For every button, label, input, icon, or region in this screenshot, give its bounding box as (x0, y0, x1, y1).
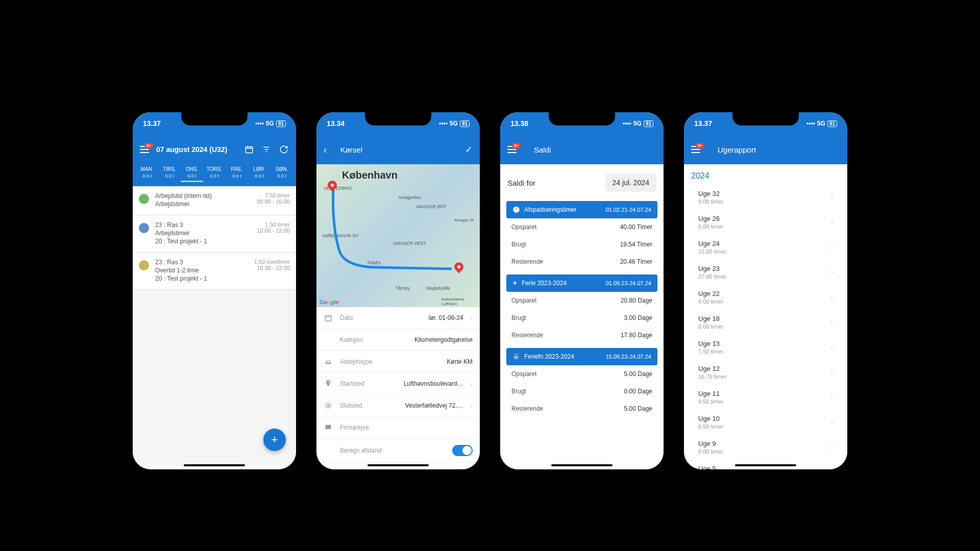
day-name: SØN. (271, 166, 293, 172)
week-info: Uge 13 7.50 timer (698, 340, 723, 355)
calendar-icon (324, 313, 333, 322)
map-district-label: Maglebylille (426, 286, 450, 291)
blank-icon (324, 335, 333, 344)
day-name: TORS. (203, 166, 226, 172)
balance-key: Resterende (511, 405, 543, 412)
chevron-right-icon: › (831, 343, 833, 351)
entry-hours: 1.50 overtimer (254, 259, 290, 265)
week-info: Uge 11 8.50 timer (698, 390, 723, 405)
day-tab[interactable]: TIRS.0.0 t (158, 164, 181, 182)
week-hours: 0.00 timer (698, 323, 723, 330)
week-row[interactable]: Uge 22 8.00 timer › (684, 285, 847, 310)
car-icon (324, 357, 333, 366)
day-tab[interactable]: ONS.9.0 t (181, 164, 203, 182)
date-picker[interactable]: 24 jul. 2024 (605, 173, 656, 192)
map-view[interactable]: København VESTERBRO Amagerbro AMAGER ØST… (316, 164, 480, 307)
home-indicator (551, 464, 612, 466)
time-entry[interactable]: 23 : Ras 3 Arbejdstimer 20 : Test projek… (133, 215, 296, 253)
day-tab[interactable]: MAN.0.0 t (136, 164, 158, 182)
week-row[interactable]: Uge 26 0.00 timer › (684, 210, 847, 235)
entry-line-1: Arbejdstid (intern tid) (155, 192, 212, 199)
entries-list[interactable]: Arbejdstid (intern tid) Arbejdstimer 7.5… (133, 186, 296, 467)
week-info: Uge 12 16.75 timer (698, 365, 726, 380)
week-number: Uge 13 (698, 340, 723, 347)
home-indicator (184, 464, 245, 466)
google-logo: Google (320, 299, 339, 305)
week-row[interactable]: Uge 12 16.75 timer › (684, 360, 847, 385)
day-value: 0.0 t (136, 173, 158, 179)
toggle-switch[interactable] (452, 469, 473, 474)
add-button[interactable]: + (263, 429, 286, 451)
day-tab[interactable]: SØN.0.0 t (271, 164, 293, 182)
entry-range: 10:30 - 12:00 (254, 265, 290, 271)
week-row[interactable]: Uge 10 8.50 timer › (684, 410, 847, 435)
toggle-switch[interactable] (452, 445, 473, 456)
status-right: •••• 5G 91 (255, 120, 286, 127)
form-value: Vesterfælledvej 72,… (405, 402, 463, 409)
week-row[interactable]: Uge 13 7.50 timer › (684, 335, 847, 360)
chevron-right-icon: › (831, 368, 833, 376)
balance-row: Resterende 20.46 Timer (500, 253, 664, 270)
entry-line-2: Arbejdstimer (155, 230, 207, 237)
balance-value: 0.00 Dage (624, 388, 652, 395)
day-tab[interactable]: TORS.0.0 t (203, 164, 226, 182)
menu-button[interactable]: 9+ (691, 146, 700, 153)
week-row[interactable]: Uge 32 9.00 timer › (684, 185, 847, 210)
pin-icon (324, 379, 333, 388)
filter-button[interactable] (261, 144, 272, 155)
map-pin-end[interactable] (328, 181, 338, 195)
week-number: Uge 18 (698, 315, 723, 322)
page-title: Ugerapport (718, 145, 840, 154)
menu-button[interactable]: 9+ (140, 146, 149, 153)
section-icon: 🚆 (512, 353, 520, 360)
entry-range: 08:00 - 16:00 (257, 198, 290, 205)
day-tab[interactable]: LØR.0.0 t (248, 164, 271, 182)
chevron-right-icon: › (831, 468, 833, 474)
form-label: Dato (340, 314, 422, 321)
time-entry[interactable]: Arbejdstid (intern tid) Arbejdstimer 7.5… (133, 186, 296, 215)
back-button[interactable]: ‹ (324, 144, 327, 156)
balance-section: ✈ Ferie 2023-2024 01.09.23-24.07.24 Opsp… (500, 274, 664, 344)
form-row-startsted[interactable]: Startsted Lufthavnsboulevard… › (316, 373, 480, 395)
day-name: MAN. (136, 166, 158, 172)
saldi-content[interactable]: Saldi for 24 jul. 2024 🕐 Afspadseringsti… (500, 164, 664, 474)
status-time: 13.34 (327, 119, 345, 128)
map-poi-label: Amager St (454, 218, 474, 222)
day-value: 0.0 t (226, 173, 248, 179)
form: Dato lør. 01-06-24 › Kategori Kilometerg… (316, 307, 480, 474)
chevron-right-icon: › (831, 393, 833, 401)
menu-button[interactable]: 9+ (507, 146, 517, 153)
calendar-button[interactable] (244, 144, 254, 155)
notch (732, 112, 799, 126)
week-row[interactable]: Uge 11 8.50 timer › (684, 385, 847, 410)
balance-key: Resterende (511, 332, 543, 339)
week-list[interactable]: 2024 Uge 32 9.00 timer › Uge 26 0.00 tim… (684, 164, 847, 474)
balance-key: Opsparet (511, 223, 536, 231)
form-row-slutsted[interactable]: Slutsted Vesterfælledvej 72,… › (316, 395, 480, 417)
blank-icon (324, 470, 333, 474)
entry-color-dot (139, 260, 149, 270)
refresh-button[interactable] (279, 144, 289, 155)
entry-range: 10:00 - 12:00 (257, 228, 290, 234)
week-row[interactable]: Uge 24 15.00 timer › (684, 235, 847, 260)
week-hours: 8.50 timer (698, 398, 723, 405)
confirm-button[interactable]: ✓ (465, 144, 473, 155)
week-row[interactable]: Uge 23 37.00 timer › (684, 260, 847, 285)
week-row[interactable]: Uge 9 0.00 timer › (684, 435, 847, 460)
home-indicator (735, 464, 796, 466)
chevron-right-icon: › (831, 293, 833, 301)
map-pin-start[interactable] (454, 262, 464, 277)
balance-value: 20.80 Dage (621, 297, 652, 304)
form-value: Lufthavnsboulevard… (404, 380, 463, 387)
status-right: •••• 5G 91 (439, 120, 470, 127)
time-entry[interactable]: 23 : Ras 3 Overtid 1-2 time 20 : Test pr… (133, 253, 296, 290)
week-row[interactable]: Uge 18 0.00 timer › (684, 310, 847, 335)
week-row[interactable]: Uge 5 0.00 timer › (684, 460, 847, 474)
header-date[interactable]: 07 august 2024 (U32) (156, 145, 227, 154)
balance-key: Brugt (511, 241, 526, 248)
day-value: 9.0 t (181, 173, 203, 179)
balance-key: Opsparet (511, 297, 536, 304)
form-row-dato[interactable]: Dato lør. 01-06-24 › (316, 307, 480, 329)
header: 9+ Saldi (500, 135, 664, 164)
day-tab[interactable]: FRE.0.0 t (226, 164, 248, 182)
